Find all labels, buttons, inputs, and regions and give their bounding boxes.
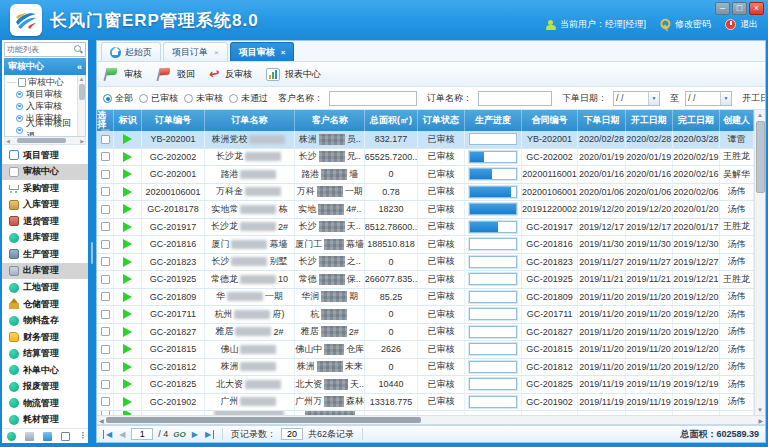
sidebar-item-结算管理[interactable]: 结算管理	[2, 345, 88, 362]
scroll-up-icon[interactable]: ▲	[757, 110, 763, 120]
scroll-right-icon[interactable]: ▶	[756, 417, 765, 424]
column-header-创建人[interactable]: 创建人	[720, 110, 754, 131]
column-header-订单状态[interactable]: 订单状态	[418, 110, 465, 131]
grid-horizontal-scrollbar[interactable]: ◀ ▶	[97, 415, 765, 424]
page-number-input[interactable]	[131, 428, 153, 440]
row-checkbox[interactable]	[101, 275, 110, 284]
sidebar-item-耗材管理[interactable]: 耗材管理	[2, 412, 88, 429]
tab-项目订单[interactable]: 项目订单×	[163, 42, 228, 61]
sidebar-item-项目管理[interactable]: 项目管理	[2, 147, 88, 164]
row-checkbox[interactable]	[101, 222, 110, 231]
table-row[interactable]: GC-201823长沙别墅长沙之..0已审核GC-2018232019/11/2…	[97, 254, 754, 272]
row-checkbox[interactable]	[101, 327, 110, 336]
column-header-客户名称[interactable]: 客户名称	[295, 110, 365, 131]
tree-item-2[interactable]: 入库审核	[7, 100, 77, 112]
function-search-input[interactable]	[5, 45, 74, 54]
table-row[interactable]: GC-201917长沙龙2#长沙天..8512.78600..已审核GC-201…	[97, 219, 754, 237]
sidebar-item-退库管理[interactable]: 退库管理	[2, 230, 88, 247]
tab-close-icon[interactable]: ×	[281, 48, 286, 57]
tab-起始页[interactable]: 起始页	[101, 42, 161, 61]
calendar-dropdown-icon[interactable]: ▼	[648, 92, 659, 105]
order-date-picker[interactable]: / /▼	[613, 91, 660, 106]
quick-person-icon[interactable]	[61, 432, 70, 441]
sidebar-item-退货管理[interactable]: 退货管理	[2, 213, 88, 230]
sidebar-item-采购管理[interactable]: 采购管理	[2, 180, 88, 197]
calendar-dropdown-icon[interactable]: ▼	[720, 92, 731, 105]
change-password-button[interactable]: 修改密码	[660, 18, 711, 31]
row-checkbox[interactable]	[101, 292, 110, 301]
table-row[interactable]: GC-201925常德龙10常德保..266077.835..已审核GC-201…	[97, 271, 754, 289]
panel-splitter[interactable]	[88, 40, 96, 443]
order-date-end-picker[interactable]: / /▼	[685, 91, 732, 106]
column-header-选择[interactable]: 选择	[97, 110, 114, 131]
sidebar-item-工地管理[interactable]: 工地管理	[2, 279, 88, 296]
row-checkbox[interactable]	[101, 240, 110, 249]
order-name-input[interactable]	[478, 91, 552, 106]
row-checkbox[interactable]	[101, 170, 110, 179]
column-header-标识[interactable]: 标识	[114, 110, 142, 131]
page-size-input[interactable]	[281, 428, 303, 440]
scroll-right-icon[interactable]: ▶	[79, 138, 85, 144]
row-checkbox[interactable]	[101, 205, 110, 214]
sidebar-item-审核中心[interactable]: 审核中心	[2, 164, 88, 181]
table-row[interactable]: GC-202001路港路港墙0已审核202001160012020/01/162…	[97, 166, 754, 184]
tree-item-1[interactable]: 项目审核	[7, 88, 77, 100]
quick-flag-icon[interactable]	[43, 432, 52, 441]
column-header-合同编号[interactable]: 合同编号	[522, 110, 579, 131]
column-header-订单编号[interactable]: 订单编号	[142, 110, 204, 131]
table-row[interactable]: GC-201902广州广州万森林13318.775已审核GC-201902201…	[97, 394, 754, 412]
collapse-icon[interactable]: «	[77, 62, 82, 72]
row-checkbox[interactable]	[101, 397, 110, 406]
scroll-left-icon[interactable]: ◀	[97, 417, 106, 424]
scroll-up-icon[interactable]: ▲	[79, 75, 85, 83]
quick-cart-icon[interactable]	[25, 432, 34, 441]
column-header-生产进度[interactable]: 生产进度	[465, 110, 522, 131]
tree-item-4[interactable]: 入库审核回退	[7, 124, 77, 136]
tab-close-icon[interactable]: ×	[214, 48, 219, 57]
table-row[interactable]: GC-201827雅居2#雅居2#0已审核GC-2018272019/11/20…	[97, 324, 754, 342]
next-page-button[interactable]: ▶	[191, 430, 199, 439]
table-row[interactable]: GC-201815佛山佛山中仓库2626已审核GC-2018152019/11/…	[97, 341, 754, 359]
last-page-button[interactable]: ▶	[204, 430, 214, 439]
first-page-button[interactable]: ◀	[103, 430, 113, 439]
反审核-button[interactable]: ↩反审核	[209, 68, 252, 81]
table-row[interactable]: GC-2018178实地常栋实地4#..18230已审核201912200022…	[97, 201, 754, 219]
column-header-开工日期[interactable]: 开工日期	[626, 110, 673, 131]
logout-button[interactable]: 退出	[725, 18, 758, 31]
table-row[interactable]: GC-201825北大资北大资天..10440已审核GC-2018252019/…	[97, 376, 754, 394]
column-header-完工日期[interactable]: 完工日期	[673, 110, 720, 131]
驳回-button[interactable]: 驳回	[156, 67, 195, 82]
row-checkbox[interactable]	[101, 362, 110, 371]
sidebar-item-物料盘存[interactable]: 物料盘存	[2, 312, 88, 329]
column-header-订单名称[interactable]: 订单名称	[205, 110, 296, 131]
sidebar-item-出库管理[interactable]: 出库管理	[2, 263, 88, 280]
close-button[interactable]: ×	[749, 2, 764, 15]
row-checkbox[interactable]	[101, 257, 110, 266]
table-row[interactable]: GC-201711杭州府)杭0已审核GC-2017112019/11/20201…	[97, 306, 754, 324]
row-checkbox[interactable]	[101, 310, 110, 319]
radio-全部[interactable]: 全部	[103, 92, 133, 105]
sidebar-item-仓储管理[interactable]: 仓储管理	[2, 296, 88, 313]
审核-button[interactable]: 审核	[103, 67, 142, 82]
grid-vertical-scrollbar[interactable]: ▲ ▼	[754, 110, 765, 415]
sidebar-item-财务管理[interactable]: 财务管理	[2, 329, 88, 346]
scroll-left-icon[interactable]: ◀	[5, 138, 11, 144]
报表中心-button[interactable]: 报表中心	[266, 68, 321, 81]
sidebar-item-物流管理[interactable]: 物流管理	[2, 395, 88, 412]
column-header-下单日期[interactable]: 下单日期	[578, 110, 625, 131]
go-button[interactable]: GO	[173, 430, 185, 439]
table-row[interactable]: 20200106001万科金万科一期0.78已审核202001060012020…	[97, 184, 754, 202]
customer-name-input[interactable]	[329, 91, 417, 106]
table-row[interactable]: GC-201816厦门幕墙厦门工幕墙188510.818已审核GC-201816…	[97, 236, 754, 254]
tree-root[interactable]: — 审核中心	[7, 76, 77, 88]
row-checkbox[interactable]	[101, 135, 110, 144]
prev-page-button[interactable]: ◀	[118, 430, 126, 439]
radio-已审核[interactable]: 已审核	[139, 92, 178, 105]
column-header-总面积(㎡)[interactable]: 总面积(㎡)	[365, 110, 418, 131]
table-row[interactable]: YB-202001株洲党校株洲员..832.177已审核YB-202001202…	[97, 131, 754, 149]
maximize-button[interactable]: □	[732, 2, 747, 15]
sidebar-item-生产管理[interactable]: 生产管理	[2, 246, 88, 263]
function-search[interactable]	[4, 42, 86, 57]
table-row[interactable]: GC-201812株洲株洲未来0已审核GC-2018122019/11/2020…	[97, 359, 754, 377]
more-options-icon[interactable]: ⋮	[79, 432, 83, 441]
